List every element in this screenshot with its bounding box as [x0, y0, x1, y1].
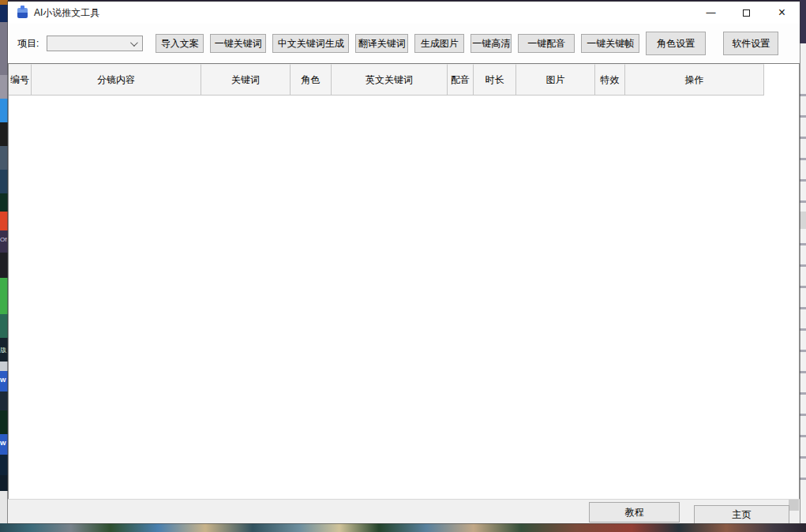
close-button[interactable]: × [764, 2, 800, 24]
app-icon [17, 8, 28, 18]
home-button[interactable]: 主页 [694, 505, 789, 523]
table-header-filler [764, 64, 799, 96]
window-controls: — × [693, 2, 800, 24]
column-header-duration: 时长 [474, 64, 516, 96]
cn-keyword-gen-button[interactable]: 中文关键词生成 [272, 34, 349, 53]
word-icon: W [0, 440, 8, 447]
desktop-fragment: Of [0, 237, 8, 243]
project-select[interactable] [47, 36, 143, 51]
one-key-keyframe-button[interactable]: 一键关键帧 [581, 34, 639, 53]
maximize-button[interactable] [729, 2, 764, 24]
one-key-hd-button[interactable]: 一键高清 [470, 34, 512, 53]
toolbar-buttons: 导入文案 一键关键词 中文关键词生成 翻译关键词 生成图片 一键高清 一键配音 … [156, 32, 778, 55]
app-window: AI小说推文工具 — × 项目: 导入文案 一键关键词 中文关键词生成 翻译关键… [8, 2, 800, 523]
desktop-fragment: 版 [0, 347, 8, 354]
table-body-empty [9, 96, 799, 499]
one-key-dubbing-button[interactable]: 一键配音 [518, 34, 575, 53]
column-header-en-keywords: 英文关键词 [332, 64, 448, 96]
column-header-content: 分镜内容 [32, 64, 201, 96]
background-list-sliver [800, 87, 806, 497]
translate-keywords-button[interactable]: 翻译关键词 [355, 34, 408, 53]
tutorial-button[interactable]: 教程 [589, 502, 680, 523]
column-header-actions: 操作 [625, 64, 764, 96]
window-title: AI小说推文工具 [34, 6, 99, 20]
background-list-selection [800, 212, 806, 229]
column-header-role: 角色 [291, 64, 332, 96]
software-settings-button[interactable]: 软件设置 [723, 32, 778, 55]
generate-images-button[interactable]: 生成图片 [414, 34, 464, 53]
one-key-keywords-button[interactable]: 一键关键词 [210, 34, 266, 53]
chevron-down-icon [130, 39, 138, 47]
footer-bar: 教程 主页 [8, 499, 800, 523]
table-header-row: 编号 分镜内容 关键词 角色 英文关键词 配音 时长 图片 特效 操作 [9, 64, 799, 96]
desktop-icons-strip-left: Of 版 W W [0, 0, 8, 523]
toolbar: 项目: 导入文案 一键关键词 中文关键词生成 翻译关键词 生成图片 一键高清 一… [8, 24, 800, 63]
wallpaper-sliver [800, 0, 806, 43]
minimize-button[interactable]: — [693, 2, 729, 24]
project-label: 项目: [17, 37, 39, 51]
column-header-keywords: 关键词 [201, 64, 291, 96]
role-settings-button[interactable]: 角色设置 [646, 32, 706, 55]
scrollbar-corner [789, 500, 799, 511]
desktop-wallpaper-strip [0, 523, 806, 532]
column-header-number: 编号 [9, 64, 32, 96]
close-icon: × [778, 6, 785, 20]
word-icon: W [0, 377, 8, 384]
import-copy-button[interactable]: 导入文案 [156, 34, 204, 53]
maximize-icon [743, 9, 750, 17]
column-header-image: 图片 [516, 64, 595, 96]
storyboard-table: 编号 分镜内容 关键词 角色 英文关键词 配音 时长 图片 特效 操作 [8, 63, 800, 499]
title-bar: AI小说推文工具 — × [8, 2, 800, 24]
column-header-effects: 特效 [595, 64, 625, 96]
column-header-dubbing: 配音 [448, 64, 474, 96]
minimize-icon: — [707, 7, 716, 18]
desktop-window-strip-right [800, 0, 806, 523]
